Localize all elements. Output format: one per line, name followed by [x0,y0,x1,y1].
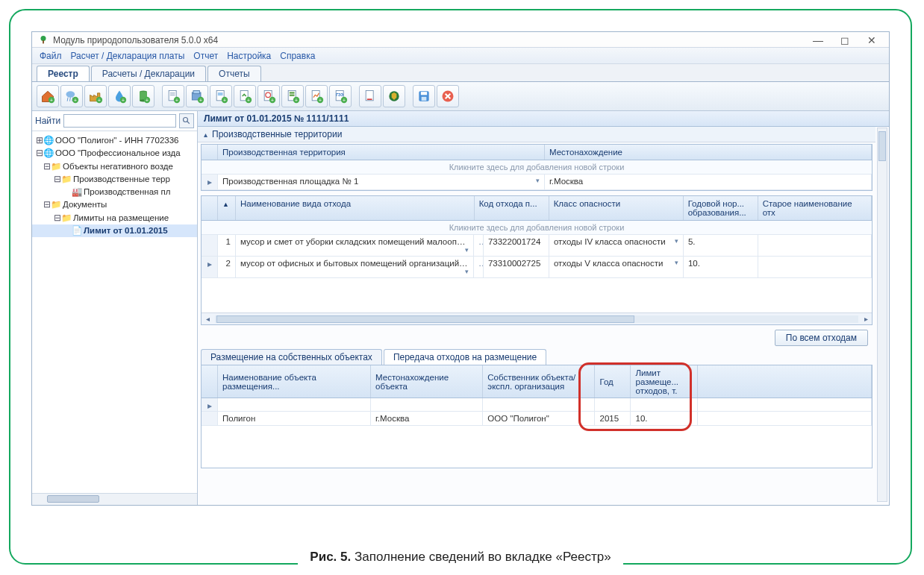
toolbar-add-water-icon[interactable]: + [108,85,131,107]
menu-settings[interactable]: Настройка [227,51,271,61]
tree-documents-label: Документы [63,200,107,209]
sort-asc-icon[interactable]: ▲ [222,201,229,208]
main-tabstrip: Реестр Расчеты / Декларации Отчеты [32,64,889,82]
svg-text:+: + [175,98,178,103]
svg-text:+: + [343,98,346,103]
placement-cell-object[interactable]: Полигон [218,412,371,425]
find-search-button[interactable] [179,113,194,128]
tree-horizontal-scrollbar[interactable] [32,493,197,505]
placement-cell-limit[interactable]: 10. [631,412,698,425]
tree-org-2[interactable]: ⊟🌐ООО "Профессиональное изда [32,147,197,160]
tree-prod-territories[interactable]: ⊟📁Производственные терр [32,173,197,186]
waste-cell-code[interactable]: 73310002725 [484,257,549,277]
detail-vertical-scrollbar[interactable] [877,128,887,502]
placement-cell-location[interactable]: г.Москва [371,412,483,425]
territory-cell-location[interactable]: г.Москва [545,175,872,189]
svg-rect-52 [367,98,372,100]
waste-col-name[interactable]: Наименование вида отхода [236,196,475,220]
toolbar-add-doc-seal-icon[interactable]: + [257,85,280,107]
svg-text:+: + [74,98,77,103]
waste-col-norm[interactable]: Годовой нор... образования... [684,196,758,220]
territory-col-location[interactable]: Местонахождение [545,145,872,160]
placement-row[interactable]: Полигон г.Москва ООО "Полигон" 2015 10. [202,412,872,426]
placement-col-owner[interactable]: Собственник объекта/ экспл. организация [483,365,595,398]
waste-new-row-hint[interactable]: Кликните здесь для добавления новой стро… [202,221,872,235]
toolbar-add-house-icon[interactable]: + [37,85,59,107]
svg-text:+: + [295,98,298,103]
toolbar-emblem-icon[interactable] [383,85,405,107]
toolbar-cancel-icon[interactable] [437,85,459,107]
tree-limits[interactable]: ⊟📁Лимиты на размещение [32,212,197,224]
waste-col-old[interactable]: Старое наименование отх [758,196,872,220]
svg-text:+: + [319,98,322,103]
tree-objects[interactable]: ⊟📁Объекты негативного возде [32,160,197,173]
toolbar-add-barrel-icon[interactable]: + [132,85,154,107]
placement-grid: Наименование объекта размещения... Место… [201,365,873,468]
toolbar-doc-minus-icon[interactable] [359,85,381,107]
territory-grid: Производственная территория Местонахожде… [201,144,873,191]
window-maximize-button[interactable]: ◻ [838,35,852,45]
toolbar-add-doc-folder-icon[interactable]: + [186,85,208,107]
waste-grid-hscroll[interactable]: ◂ ▸ [202,312,872,324]
waste-cell-code[interactable]: 73322001724 [484,235,549,256]
tab-registry[interactable]: Реестр [37,66,90,81]
tree-limit-item[interactable]: 📄Лимит от 01.01.2015 [32,224,197,237]
waste-cell-norm[interactable]: 10. [684,257,758,277]
toolbar-add-rain-icon[interactable]: + [60,85,83,107]
find-label: Найти [35,116,60,126]
tree-documents[interactable]: ⊟📁Документы [32,198,197,211]
tree-org-1-label: ООО "Полигон" - ИНН 7702336 [55,136,179,145]
svg-rect-1 [43,40,44,43]
waste-cell-name[interactable]: мусор от офисных и бытовых помещений орг… [236,257,474,277]
placement-col-object[interactable]: Наименование объекта размещения... [218,365,371,398]
placement-cell-year[interactable]: 2015 [595,412,631,425]
placement-col-location[interactable]: Местонахождение объекта [371,365,483,398]
window-minimize-button[interactable]: — [811,35,825,45]
waste-cell-danger[interactable]: отходы V класса опасности [549,257,684,277]
window-title: Модуль природопользователя 5.0.0 x64 [53,35,811,45]
all-waste-button[interactable]: По всем отходам [775,330,868,346]
toolbar-save-icon[interactable] [413,85,435,107]
toolbar-add-doc-gee-icon[interactable]: ГЭЭ+ [329,85,352,107]
svg-text:+: + [247,98,250,103]
toolbar-add-doc2-icon[interactable]: + [210,85,232,107]
tab-placement-own[interactable]: Размещение на собственных объектах [201,349,382,365]
placement-col-limit[interactable]: Лимит размеще... отходов, т. [631,365,698,398]
waste-cell-norm[interactable]: 5. [684,235,758,256]
tab-reports[interactable]: Отчеты [207,66,260,81]
waste-grid: ▲ Наименование вида отхода Код отхода п.… [201,195,873,325]
territory-new-row-hint[interactable]: Кликните здесь для добавления новой стро… [202,160,872,175]
toolbar-add-doc1-icon[interactable]: + [162,85,184,107]
tab-calculations[interactable]: Расчеты / Декларации [91,66,206,81]
waste-col-danger[interactable]: Класс опасности [549,196,684,220]
placement-empty-row[interactable]: ▸ [202,398,872,412]
placement-cell-owner[interactable]: ООО "Полигон" [483,412,595,425]
waste-row[interactable]: ▸ 2 мусор от офисных и бытовых помещений… [202,257,872,278]
territory-cell-territory[interactable]: Производственная площадка № 1 [218,175,545,189]
tree-prod-area-label: Производственная пл [84,187,170,196]
window-close-button[interactable]: ✕ [865,35,878,45]
section-production-territories[interactable]: ▴ Производственные территории [198,127,875,142]
waste-row[interactable]: 1 мусор и смет от уборки складских помещ… [202,235,872,257]
tree-org-1[interactable]: ⊞🌐ООО "Полигон" - ИНН 7702336 [32,134,197,147]
menu-file[interactable]: Файл [40,51,62,61]
toolbar-add-factory-icon[interactable]: + [84,85,107,107]
tree-prod-area[interactable]: 🏭Производственная пл [32,186,197,198]
menu-help[interactable]: Справка [280,51,315,61]
waste-cell-danger[interactable]: отходы IV класса опасности [549,235,684,256]
waste-col-code[interactable]: Код отхода п... [475,196,549,220]
waste-cell-name[interactable]: мусор и смет от уборки складских помещен… [236,235,474,256]
menu-calc-declaration[interactable]: Расчет / Декларация платы [71,51,185,61]
nav-tree[interactable]: ⊞🌐ООО "Полигон" - ИНН 7702336 ⊟🌐ООО "Про… [32,131,197,493]
territory-col-territory[interactable]: Производственная территория [218,145,545,160]
tab-placement-transfer[interactable]: Передача отходов на размещение [384,349,546,365]
menu-report[interactable]: Отчет [193,51,218,61]
app-window: Модуль природопользователя 5.0.0 x64 — ◻… [31,31,890,506]
territory-row[interactable]: ▸ Производственная площадка № 1 г.Москва [202,175,872,190]
placement-col-year[interactable]: Год [595,365,631,398]
title-bar: Модуль природопользователя 5.0.0 x64 — ◻… [32,32,889,47]
toolbar-add-doc-table-icon[interactable]: + [281,85,304,107]
toolbar-add-doc3-icon[interactable]: + [234,85,256,107]
toolbar-add-doc-chart-icon[interactable]: + [305,85,328,107]
find-input[interactable] [63,114,176,128]
